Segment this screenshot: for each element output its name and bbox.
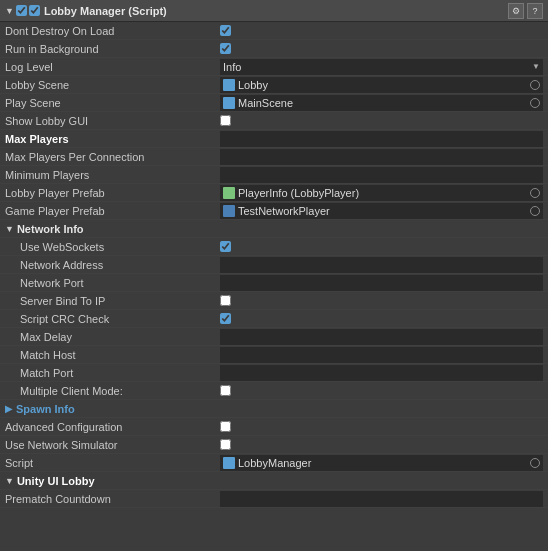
script-picker[interactable] bbox=[530, 458, 540, 468]
run-in-bg-row: Run in Background bbox=[0, 40, 548, 58]
minimum-players-input[interactable]: 2 bbox=[220, 167, 543, 183]
script-label: Script bbox=[5, 457, 220, 469]
max-players-label: Max Players bbox=[5, 133, 220, 145]
unity-ui-header: ▼ Unity UI Lobby bbox=[0, 472, 548, 490]
use-websockets-checkbox[interactable] bbox=[220, 241, 231, 252]
lobby-scene-picker[interactable] bbox=[530, 80, 540, 90]
component-title: Lobby Manager (Script) bbox=[44, 5, 508, 17]
network-address-input[interactable]: localhost bbox=[220, 257, 543, 273]
game-player-prefab-label: Game Player Prefab bbox=[5, 205, 220, 217]
max-players-per-conn-row: Max Players Per Connection 2 bbox=[0, 148, 548, 166]
server-bind-label: Server Bind To IP bbox=[5, 295, 220, 307]
max-delay-row: Max Delay 0.01 bbox=[0, 328, 548, 346]
max-players-row: Max Players 4 bbox=[0, 130, 548, 148]
max-delay-label: Max Delay bbox=[5, 331, 220, 343]
match-port-label: Match Port bbox=[5, 367, 220, 379]
lobby-scene-row: Lobby Scene Lobby bbox=[0, 76, 548, 94]
lobby-player-prefab-picker[interactable] bbox=[530, 188, 540, 198]
script-crc-checkbox[interactable] bbox=[220, 313, 231, 324]
network-address-label: Network Address bbox=[5, 259, 220, 271]
advanced-config-checkbox[interactable] bbox=[220, 421, 231, 432]
network-port-label: Network Port bbox=[5, 277, 220, 289]
use-websockets-label: Use WebSockets bbox=[5, 241, 220, 253]
unity-ui-fold[interactable]: ▼ bbox=[5, 476, 14, 486]
match-port-input[interactable]: 443 bbox=[220, 365, 543, 381]
spawn-info-title: Spawn Info bbox=[16, 403, 75, 415]
server-bind-checkbox[interactable] bbox=[220, 295, 231, 306]
component-header: ▼ Lobby Manager (Script) ⚙ ? bbox=[0, 0, 548, 22]
prematch-label: Prematch Countdown bbox=[5, 493, 220, 505]
use-network-sim-checkbox[interactable] bbox=[220, 439, 231, 450]
script-field[interactable]: LobbyManager bbox=[220, 455, 543, 471]
header-icons: ▼ bbox=[5, 5, 40, 16]
unity-ui-title: Unity UI Lobby bbox=[17, 475, 95, 487]
network-info-title: Network Info bbox=[17, 223, 84, 235]
use-websockets-row: Use WebSockets bbox=[0, 238, 548, 256]
use-network-sim-row: Use Network Simulator bbox=[0, 436, 548, 454]
advanced-config-label: Advanced Configuration bbox=[5, 421, 220, 433]
prematch-input[interactable]: 3 bbox=[220, 491, 543, 507]
match-host-row: Match Host mm.unet.unity3d.com bbox=[0, 346, 548, 364]
lobby-scene-value: Lobby bbox=[238, 79, 527, 91]
network-info-fold[interactable]: ▼ bbox=[5, 224, 14, 234]
play-scene-field[interactable]: MainScene bbox=[220, 95, 543, 111]
network-info-header: ▼ Network Info bbox=[0, 220, 548, 238]
game-player-prefab-picker[interactable] bbox=[530, 206, 540, 216]
multiple-client-mode-row: Multiple Client Mode: bbox=[0, 382, 548, 400]
lobby-scene-label: Lobby Scene bbox=[5, 79, 220, 91]
game-player-prefab-field[interactable]: TestNetworkPlayer bbox=[220, 203, 543, 219]
game-player-prefab-value: TestNetworkPlayer bbox=[238, 205, 527, 217]
multiple-client-mode-checkbox[interactable] bbox=[220, 385, 231, 396]
lobby-player-prefab-value: PlayerInfo (LobbyPlayer) bbox=[238, 187, 527, 199]
minimum-players-row: Minimum Players 2 bbox=[0, 166, 548, 184]
log-level-row: Log Level Info ▼ bbox=[0, 58, 548, 76]
help-icon[interactable]: ? bbox=[527, 3, 543, 19]
show-lobby-gui-label: Show Lobby GUI bbox=[5, 115, 220, 127]
inspector-panel: ▼ Lobby Manager (Script) ⚙ ? Dont Destro… bbox=[0, 0, 548, 508]
spawn-info-header: ▶ Spawn Info bbox=[0, 400, 548, 418]
log-level-label: Log Level bbox=[5, 61, 220, 73]
max-players-input[interactable]: 4 bbox=[220, 131, 543, 147]
prematch-row: Prematch Countdown 3 bbox=[0, 490, 548, 508]
play-scene-icon bbox=[223, 97, 235, 109]
component-active-checkbox[interactable] bbox=[29, 5, 40, 16]
run-in-bg-label: Run in Background bbox=[5, 43, 220, 55]
spawn-info-arrow[interactable]: ▶ bbox=[5, 403, 13, 414]
play-scene-picker[interactable] bbox=[530, 98, 540, 108]
max-players-per-conn-input[interactable]: 2 bbox=[220, 149, 543, 165]
lobby-player-prefab-row: Lobby Player Prefab PlayerInfo (LobbyPla… bbox=[0, 184, 548, 202]
log-level-value: Info bbox=[223, 61, 532, 73]
log-level-arrow: ▼ bbox=[532, 62, 540, 71]
script-crc-row: Script CRC Check bbox=[0, 310, 548, 328]
server-bind-row: Server Bind To IP bbox=[0, 292, 548, 310]
lobby-player-prefab-label: Lobby Player Prefab bbox=[5, 187, 220, 199]
log-level-select[interactable]: Info ▼ bbox=[220, 59, 543, 75]
play-scene-label: Play Scene bbox=[5, 97, 220, 109]
script-icon bbox=[223, 457, 235, 469]
show-lobby-gui-checkbox[interactable] bbox=[220, 115, 231, 126]
dont-destroy-label: Dont Destroy On Load bbox=[5, 25, 220, 37]
play-scene-row: Play Scene MainScene bbox=[0, 94, 548, 112]
script-value: LobbyManager bbox=[238, 457, 527, 469]
settings-icon[interactable]: ⚙ bbox=[508, 3, 524, 19]
play-scene-value: MainScene bbox=[238, 97, 527, 109]
show-lobby-gui-row: Show Lobby GUI bbox=[0, 112, 548, 130]
network-port-input[interactable]: 7777 bbox=[220, 275, 543, 291]
match-port-row: Match Port 443 bbox=[0, 364, 548, 382]
network-port-row: Network Port 7777 bbox=[0, 274, 548, 292]
max-delay-input[interactable]: 0.01 bbox=[220, 329, 543, 345]
lobby-scene-icon bbox=[223, 79, 235, 91]
fold-arrow[interactable]: ▼ bbox=[5, 6, 14, 16]
use-network-sim-label: Use Network Simulator bbox=[5, 439, 220, 451]
script-crc-label: Script CRC Check bbox=[5, 313, 220, 325]
lobby-player-prefab-field[interactable]: PlayerInfo (LobbyPlayer) bbox=[220, 185, 543, 201]
minimum-players-label: Minimum Players bbox=[5, 169, 220, 181]
run-in-bg-checkbox[interactable] bbox=[220, 43, 231, 54]
dont-destroy-checkbox[interactable] bbox=[220, 25, 231, 36]
game-player-prefab-icon bbox=[223, 205, 235, 217]
lobby-scene-field[interactable]: Lobby bbox=[220, 77, 543, 93]
game-player-prefab-row: Game Player Prefab TestNetworkPlayer bbox=[0, 202, 548, 220]
match-host-input[interactable]: mm.unet.unity3d.com bbox=[220, 347, 543, 363]
component-enabled-checkbox[interactable] bbox=[16, 5, 27, 16]
match-host-label: Match Host bbox=[5, 349, 220, 361]
